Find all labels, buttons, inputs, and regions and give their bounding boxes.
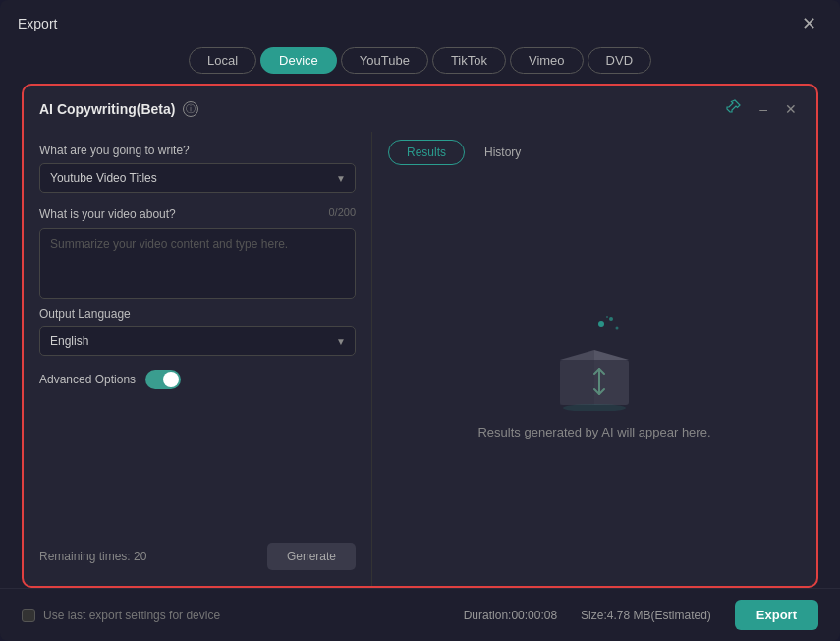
tab-vimeo[interactable]: Vimeo [510, 47, 584, 74]
tab-dvd[interactable]: DVD [588, 47, 651, 74]
field2-label: What is your video about? [39, 207, 176, 221]
minimize-icon[interactable]: – [756, 99, 771, 119]
char-count: 0/200 [328, 206, 356, 218]
title-bar: Export ✕ [0, 0, 840, 43]
ai-panel-title-group: AI Copywriting(Beta) ⓘ [39, 101, 198, 117]
svg-point-2 [616, 326, 619, 329]
language-select-wrapper: English ▼ [39, 326, 356, 356]
video-description-textarea[interactable] [39, 228, 356, 299]
svg-point-3 [606, 316, 608, 318]
export-window: Export ✕ Local Device YouTube TikTok Vim… [0, 0, 840, 641]
right-pane: Results History [372, 132, 816, 586]
advanced-options-toggle[interactable] [145, 370, 181, 389]
content-type-select-wrapper: Youtube Video Titles ▼ [39, 163, 356, 193]
svg-point-0 [598, 321, 604, 327]
svg-point-1 [609, 317, 613, 320]
info-icon[interactable]: ⓘ [183, 101, 198, 117]
footer-left: Use last export settings for device [22, 609, 220, 622]
last-export-label: Use last export settings for device [43, 609, 220, 622]
footer-bar: Use last export settings for device Dura… [0, 588, 840, 641]
generate-button[interactable]: Generate [267, 543, 356, 570]
export-button[interactable]: Export [735, 600, 818, 630]
svg-marker-5 [560, 350, 594, 360]
tab-local[interactable]: Local [189, 47, 256, 74]
language-select[interactable]: English [39, 326, 356, 356]
field1-label: What are you going to write? [39, 144, 356, 157]
tab-youtube[interactable]: YouTube [341, 47, 428, 74]
results-tabs: Results History [388, 140, 801, 165]
svg-rect-7 [560, 360, 594, 405]
remaining-times: Remaining times: 20 [39, 550, 146, 563]
content-type-select[interactable]: Youtube Video Titles [39, 163, 356, 193]
advanced-options-row: Advanced Options [39, 370, 356, 389]
empty-results-text: Results generated by AI will appear here… [477, 425, 710, 439]
size-info: Size:4.78 MB(Estimated) [581, 609, 711, 622]
window-close-button[interactable]: ✕ [796, 11, 822, 36]
ai-panel-title: AI Copywriting(Beta) [39, 101, 175, 117]
field3-label: Output Language [39, 307, 356, 320]
close-panel-icon[interactable]: ✕ [781, 99, 801, 119]
empty-results: Results generated by AI will appear here… [388, 181, 801, 570]
duration-info: Duration:00:00:08 [464, 609, 557, 622]
ai-panel-body: What are you going to write? Youtube Vid… [24, 128, 816, 586]
ai-panel-controls: – ✕ [722, 97, 801, 120]
window-title: Export [18, 16, 57, 31]
ai-panel-header: AI Copywriting(Beta) ⓘ – ✕ [24, 86, 816, 128]
tab-history[interactable]: History [467, 140, 538, 165]
svg-marker-6 [594, 350, 629, 360]
footer-right: Duration:00:00:08 Size:4.78 MB(Estimated… [464, 600, 818, 630]
tab-bar: Local Device YouTube TikTok Vimeo DVD [0, 43, 840, 84]
svg-point-8 [563, 404, 626, 411]
left-pane: What are you going to write? Youtube Vid… [24, 132, 372, 586]
tab-device[interactable]: Device [260, 47, 337, 74]
main-content: AI Copywriting(Beta) ⓘ – ✕ [0, 84, 840, 588]
empty-box-illustration [540, 313, 648, 411]
pin-icon[interactable] [722, 97, 746, 120]
toggle-knob [163, 372, 179, 387]
last-export-checkbox[interactable] [22, 609, 35, 622]
ai-panel: AI Copywriting(Beta) ⓘ – ✕ [22, 84, 818, 588]
tab-results[interactable]: Results [388, 140, 465, 165]
tab-tiktok[interactable]: TikTok [432, 47, 506, 74]
bottom-row: Remaining times: 20 Generate [39, 531, 356, 570]
advanced-options-label: Advanced Options [39, 373, 136, 386]
